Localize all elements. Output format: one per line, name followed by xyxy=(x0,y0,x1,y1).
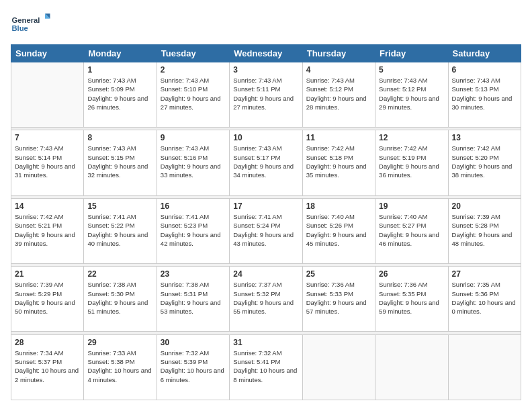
calendar-day: 24 Sunrise: 7:37 AMSunset: 5:32 PMDaylig… xyxy=(230,267,302,332)
calendar-day xyxy=(375,334,448,400)
day-number: 10 xyxy=(233,133,298,142)
weekday-header: Tuesday xyxy=(157,45,229,62)
calendar-day: 12 Sunrise: 7:42 AMSunset: 5:19 PMDaylig… xyxy=(375,130,448,195)
calendar-day: 5 Sunrise: 7:43 AMSunset: 5:12 PMDayligh… xyxy=(375,62,448,128)
day-info: Sunrise: 7:43 AMSunset: 5:13 PMDaylight:… xyxy=(452,76,517,111)
day-number: 7 xyxy=(15,133,80,142)
day-number: 3 xyxy=(233,65,298,75)
day-info: Sunrise: 7:35 AMSunset: 5:36 PMDaylight:… xyxy=(452,280,517,316)
day-info: Sunrise: 7:33 AMSunset: 5:38 PMDaylight:… xyxy=(87,349,152,384)
day-info: Sunrise: 7:36 AMSunset: 5:33 PMDaylight:… xyxy=(306,280,371,316)
day-info: Sunrise: 7:40 AMSunset: 5:27 PMDaylight:… xyxy=(379,212,444,248)
calendar-week: 21 Sunrise: 7:39 AMSunset: 5:29 PMDaylig… xyxy=(11,267,521,332)
day-number: 27 xyxy=(452,269,517,279)
calendar-day: 31 Sunrise: 7:32 AMSunset: 5:41 PMDaylig… xyxy=(230,334,302,400)
day-info: Sunrise: 7:43 AMSunset: 5:12 PMDaylight:… xyxy=(306,76,371,111)
day-info: Sunrise: 7:34 AMSunset: 5:37 PMDaylight:… xyxy=(15,349,80,384)
calendar-day: 4 Sunrise: 7:43 AMSunset: 5:12 PMDayligh… xyxy=(302,62,375,128)
day-number: 21 xyxy=(15,269,80,279)
day-info: Sunrise: 7:41 AMSunset: 5:22 PMDaylight:… xyxy=(87,212,152,248)
calendar-day: 22 Sunrise: 7:38 AMSunset: 5:30 PMDaylig… xyxy=(84,267,157,332)
calendar-day: 21 Sunrise: 7:39 AMSunset: 5:29 PMDaylig… xyxy=(11,267,84,332)
calendar-day: 14 Sunrise: 7:42 AMSunset: 5:21 PMDaylig… xyxy=(11,198,84,263)
day-info: Sunrise: 7:41 AMSunset: 5:24 PMDaylight:… xyxy=(233,212,298,248)
calendar-day: 13 Sunrise: 7:42 AMSunset: 5:20 PMDaylig… xyxy=(448,130,521,195)
day-number: 25 xyxy=(306,269,371,279)
day-info: Sunrise: 7:43 AMSunset: 5:10 PMDaylight:… xyxy=(161,76,226,111)
day-info: Sunrise: 7:41 AMSunset: 5:23 PMDaylight:… xyxy=(161,212,226,248)
calendar-day: 18 Sunrise: 7:40 AMSunset: 5:26 PMDaylig… xyxy=(302,198,375,263)
calendar-week: 7 Sunrise: 7:43 AMSunset: 5:14 PMDayligh… xyxy=(11,130,521,195)
calendar-body: 1 Sunrise: 7:43 AMSunset: 5:09 PMDayligh… xyxy=(11,62,521,400)
day-number: 16 xyxy=(161,201,226,211)
day-number: 19 xyxy=(379,201,444,211)
calendar-day: 8 Sunrise: 7:43 AMSunset: 5:15 PMDayligh… xyxy=(84,130,157,195)
page: General Blue SundayMondayTuesdayWednesda… xyxy=(0,0,532,411)
calendar-day: 20 Sunrise: 7:39 AMSunset: 5:28 PMDaylig… xyxy=(448,198,521,263)
day-info: Sunrise: 7:42 AMSunset: 5:18 PMDaylight:… xyxy=(306,144,371,179)
day-info: Sunrise: 7:43 AMSunset: 5:14 PMDaylight:… xyxy=(15,144,80,179)
day-info: Sunrise: 7:42 AMSunset: 5:19 PMDaylight:… xyxy=(379,144,444,179)
day-info: Sunrise: 7:43 AMSunset: 5:09 PMDaylight:… xyxy=(87,76,152,111)
day-info: Sunrise: 7:37 AMSunset: 5:32 PMDaylight:… xyxy=(233,280,298,316)
day-info: Sunrise: 7:43 AMSunset: 5:16 PMDaylight:… xyxy=(161,144,226,179)
weekday-header: Monday xyxy=(84,45,157,62)
day-info: Sunrise: 7:38 AMSunset: 5:30 PMDaylight:… xyxy=(87,280,152,316)
day-number: 12 xyxy=(379,133,444,142)
calendar-day: 1 Sunrise: 7:43 AMSunset: 5:09 PMDayligh… xyxy=(84,62,157,128)
calendar-day: 3 Sunrise: 7:43 AMSunset: 5:11 PMDayligh… xyxy=(230,62,302,128)
calendar-day: 9 Sunrise: 7:43 AMSunset: 5:16 PMDayligh… xyxy=(157,130,229,195)
day-number: 15 xyxy=(87,201,152,211)
calendar-day: 10 Sunrise: 7:43 AMSunset: 5:17 PMDaylig… xyxy=(230,130,302,195)
calendar-day xyxy=(11,62,84,128)
calendar-day: 16 Sunrise: 7:41 AMSunset: 5:23 PMDaylig… xyxy=(157,198,229,263)
calendar-day: 6 Sunrise: 7:43 AMSunset: 5:13 PMDayligh… xyxy=(448,62,521,128)
logo: General Blue xyxy=(11,11,51,38)
calendar: SundayMondayTuesdayWednesdayThursdayFrid… xyxy=(11,44,521,400)
weekday-header: Saturday xyxy=(448,45,521,62)
day-number: 14 xyxy=(15,201,80,211)
weekday-header: Sunday xyxy=(11,45,84,62)
calendar-week: 1 Sunrise: 7:43 AMSunset: 5:09 PMDayligh… xyxy=(11,62,521,128)
day-number: 18 xyxy=(306,201,371,211)
day-number: 23 xyxy=(161,269,226,279)
calendar-day: 2 Sunrise: 7:43 AMSunset: 5:10 PMDayligh… xyxy=(157,62,229,128)
day-info: Sunrise: 7:43 AMSunset: 5:17 PMDaylight:… xyxy=(233,144,298,179)
calendar-day: 30 Sunrise: 7:32 AMSunset: 5:39 PMDaylig… xyxy=(157,334,229,400)
day-number: 17 xyxy=(233,201,298,211)
day-number: 8 xyxy=(87,133,152,142)
svg-text:Blue: Blue xyxy=(12,24,28,32)
calendar-day: 26 Sunrise: 7:36 AMSunset: 5:35 PMDaylig… xyxy=(375,267,448,332)
day-info: Sunrise: 7:36 AMSunset: 5:35 PMDaylight:… xyxy=(379,280,444,316)
day-info: Sunrise: 7:39 AMSunset: 5:29 PMDaylight:… xyxy=(15,280,80,316)
day-number: 28 xyxy=(15,338,80,347)
calendar-day: 11 Sunrise: 7:42 AMSunset: 5:18 PMDaylig… xyxy=(302,130,375,195)
calendar-day: 15 Sunrise: 7:41 AMSunset: 5:22 PMDaylig… xyxy=(84,198,157,263)
day-number: 20 xyxy=(452,201,517,211)
day-info: Sunrise: 7:42 AMSunset: 5:20 PMDaylight:… xyxy=(452,144,517,179)
calendar-week: 28 Sunrise: 7:34 AMSunset: 5:37 PMDaylig… xyxy=(11,334,521,400)
day-info: Sunrise: 7:42 AMSunset: 5:21 PMDaylight:… xyxy=(15,212,80,248)
calendar-day: 23 Sunrise: 7:38 AMSunset: 5:31 PMDaylig… xyxy=(157,267,229,332)
day-number: 31 xyxy=(233,338,298,347)
calendar-day xyxy=(302,334,375,400)
day-number: 22 xyxy=(87,269,152,279)
calendar-day: 29 Sunrise: 7:33 AMSunset: 5:38 PMDaylig… xyxy=(84,334,157,400)
day-info: Sunrise: 7:43 AMSunset: 5:12 PMDaylight:… xyxy=(379,76,444,111)
day-number: 2 xyxy=(161,65,226,75)
day-number: 5 xyxy=(379,65,444,75)
day-number: 26 xyxy=(379,269,444,279)
day-number: 24 xyxy=(233,269,298,279)
day-number: 29 xyxy=(87,338,152,347)
day-number: 11 xyxy=(306,133,371,142)
calendar-day: 27 Sunrise: 7:35 AMSunset: 5:36 PMDaylig… xyxy=(448,267,521,332)
day-number: 6 xyxy=(452,65,517,75)
day-info: Sunrise: 7:32 AMSunset: 5:41 PMDaylight:… xyxy=(233,349,298,384)
calendar-week: 14 Sunrise: 7:42 AMSunset: 5:21 PMDaylig… xyxy=(11,198,521,263)
day-info: Sunrise: 7:43 AMSunset: 5:11 PMDaylight:… xyxy=(233,76,298,111)
calendar-day: 19 Sunrise: 7:40 AMSunset: 5:27 PMDaylig… xyxy=(375,198,448,263)
day-info: Sunrise: 7:38 AMSunset: 5:31 PMDaylight:… xyxy=(161,280,226,316)
header: General Blue xyxy=(11,11,521,38)
weekday-header: Thursday xyxy=(302,45,375,62)
day-number: 9 xyxy=(161,133,226,142)
